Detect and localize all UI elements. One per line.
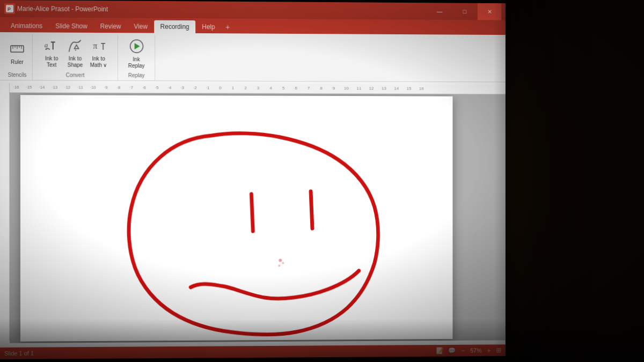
ink-to-text-icon: a <box>43 38 60 54</box>
ruler-label: Ruler <box>11 59 24 65</box>
status-bar: Slide 1 of 1 📝 💬 － 57% ＋ ⊞ <box>0 344 506 359</box>
tab-view[interactable]: View <box>128 20 154 33</box>
ruler-marks: ·16·15·14 ·13·12·11 ·10·9·8 ·7·6·5 ·4·3·… <box>10 85 428 91</box>
svg-line-16 <box>311 191 312 228</box>
maximize-button[interactable]: □ <box>452 3 476 20</box>
tab-review[interactable]: Review <box>94 20 128 33</box>
ink-to-math-button[interactable]: π Ink toMath ∨ <box>88 37 109 69</box>
ink-to-shape-icon <box>67 38 84 54</box>
ink-replay-icon <box>128 38 145 55</box>
svg-text:a: a <box>45 41 48 49</box>
zoom-in-icon[interactable]: ＋ <box>486 346 492 355</box>
tab-add-button[interactable]: + <box>221 20 234 33</box>
title-bar-left: P Marie-Alice Prasot - PowerPoint <box>4 3 108 14</box>
tab-help[interactable]: Help <box>195 20 221 33</box>
tab-animations[interactable]: Animations <box>4 19 49 32</box>
tab-slideshow[interactable]: Slide Show <box>49 20 94 33</box>
status-right: 📝 💬 － 57% ＋ ⊞ <box>436 346 501 355</box>
ruler-left <box>0 83 10 341</box>
window-controls: — □ ✕ <box>428 3 501 20</box>
window-title: Marie-Alice Prasot - PowerPoint <box>17 5 108 13</box>
zoom-out-icon[interactable]: － <box>460 346 466 355</box>
minimize-button[interactable]: — <box>428 3 452 20</box>
ruler-button[interactable]: Ruler <box>6 36 28 69</box>
svg-text:P: P <box>8 6 11 12</box>
slide-area[interactable] <box>10 93 506 343</box>
powerpoint-window: P Marie-Alice Prasot - PowerPoint — □ ✕ … <box>0 0 506 359</box>
svg-line-15 <box>251 194 253 231</box>
comments-icon[interactable]: 💬 <box>448 347 456 354</box>
stencils-label: Stencils <box>8 71 26 78</box>
ink-to-math-label: Ink toMath ∨ <box>90 55 107 68</box>
slide-canvas[interactable] <box>20 95 452 342</box>
ruler-icon <box>9 40 26 57</box>
ribbon-group-ruler: Ruler Stencils <box>2 34 33 80</box>
ribbon-group-convert: a Ink toText <box>33 34 118 80</box>
monitor-container: P Marie-Alice Prasot - PowerPoint — □ ✕ … <box>0 0 511 362</box>
svg-point-17 <box>279 258 282 262</box>
ink-to-text-label: Ink toText <box>45 55 58 68</box>
title-bar: P Marie-Alice Prasot - PowerPoint — □ ✕ <box>0 0 506 20</box>
replay-label: Replay <box>128 71 145 78</box>
convert-buttons: a Ink toText <box>41 36 109 71</box>
ink-to-text-button[interactable]: a Ink toText <box>41 36 62 69</box>
ruler-top: ·16·15·14 ·13·12·11 ·10·9·8 ·7·6·5 ·4·3·… <box>10 83 506 94</box>
close-button[interactable]: ✕ <box>478 3 501 20</box>
tab-recording[interactable]: Recording <box>154 20 196 33</box>
zoom-level: 57% <box>470 348 481 354</box>
svg-text:π: π <box>93 41 98 50</box>
fit-slide-icon[interactable]: ⊞ <box>496 346 502 354</box>
app-icon: P <box>4 3 15 14</box>
ribbon-group-replay: InkReplay Replay <box>118 35 155 80</box>
smiley-drawing <box>20 95 452 342</box>
ink-replay-button[interactable]: InkReplay <box>126 37 147 69</box>
ink-replay-label: InkReplay <box>128 56 145 69</box>
ink-to-shape-label: Ink toShape <box>68 55 83 68</box>
slide-count: Slide 1 of 1 <box>4 350 34 357</box>
svg-point-18 <box>282 262 284 264</box>
ink-to-shape-button[interactable]: Ink toShape <box>64 37 86 69</box>
ribbon-content: Ruler Stencils a <box>0 32 506 82</box>
notes-icon[interactable]: 📝 <box>436 347 444 354</box>
ink-to-math-icon: π <box>90 38 107 54</box>
convert-label: Convert <box>66 71 85 78</box>
svg-point-19 <box>278 264 280 267</box>
